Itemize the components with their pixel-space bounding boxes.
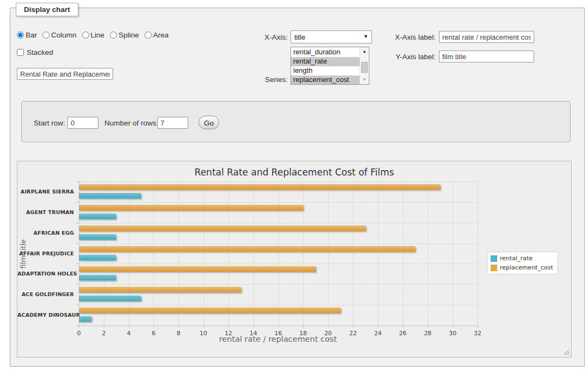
- gridline-vertical: [278, 181, 279, 325]
- y-axis-tick: [76, 223, 79, 223]
- gridline-vertical: [104, 181, 104, 325]
- legend-label: replacement_cost: [500, 264, 553, 271]
- gridline-horizontal: [79, 181, 478, 182]
- x-tick-label: 20: [319, 330, 337, 337]
- chart-type-label: Spline: [119, 31, 139, 39]
- x-tick-label: 6: [144, 330, 163, 337]
- chart-type-option-area[interactable]: Area: [145, 31, 169, 39]
- page: Display chart BarColumnLineSplineArea St…: [0, 0, 588, 370]
- series-option-length[interactable]: length: [291, 66, 360, 76]
- series-listbox[interactable]: rental_durationrental_ratelengthreplacem…: [290, 47, 369, 85]
- x-tick-label: 30: [443, 330, 462, 337]
- go-button[interactable]: Go: [199, 116, 219, 129]
- scrollbar-thumb[interactable]: [361, 62, 368, 73]
- chart-type-option-spline[interactable]: Spline: [110, 31, 139, 39]
- y-axis-tick: [76, 264, 79, 264]
- dropdown-arrow-icon: ▼: [363, 34, 368, 39]
- x-tick-label: 12: [219, 330, 238, 337]
- category-label: AGENT TRUMAN: [17, 209, 74, 215]
- rows-panel: Start row: Number of rows: Go: [21, 101, 571, 142]
- y-axis-label-input[interactable]: [439, 51, 534, 62]
- y-axis-label-label: Y-Axis label:: [369, 53, 436, 61]
- chart-type-radio-bar[interactable]: [17, 32, 24, 39]
- stacked-label: Stacked: [27, 48, 53, 57]
- bar-replacement_cost: [79, 287, 241, 292]
- legend-swatch: [491, 255, 497, 262]
- x-axis-select[interactable]: title ▼: [290, 30, 372, 43]
- bar-rental_rate: [79, 214, 116, 219]
- gridline-horizontal: [79, 284, 478, 285]
- gridline-vertical: [203, 181, 204, 325]
- y-axis-tick: [76, 243, 79, 244]
- legend-item-rental_rate[interactable]: rental_rate: [491, 255, 553, 262]
- chart-type-radio-spline[interactable]: [110, 32, 117, 39]
- gridline-vertical: [428, 181, 428, 325]
- legend-item-replacement_cost[interactable]: replacement_cost: [491, 264, 553, 271]
- scroll-up-icon[interactable]: ▲: [361, 48, 368, 55]
- chart-type-radio-line[interactable]: [82, 32, 89, 39]
- chart-type-option-column[interactable]: Column: [42, 31, 77, 39]
- y-axis-tick: [76, 284, 79, 285]
- y-axis-tick: [76, 181, 79, 182]
- scroll-down-icon[interactable]: ▼: [361, 76, 368, 84]
- num-rows-input[interactable]: [157, 117, 188, 129]
- x-axis-tick: [478, 325, 478, 328]
- bar-rental_rate: [79, 275, 116, 280]
- x-tick-label: 26: [394, 330, 412, 337]
- y-axis-tick: [76, 305, 79, 305]
- y-axis-line: [79, 181, 79, 325]
- gridline-vertical: [353, 181, 354, 325]
- resize-handle-icon[interactable]: [564, 349, 570, 355]
- series-option-rental_duration[interactable]: rental_duration: [291, 48, 360, 57]
- series-scrollbar[interactable]: ▲ ▼: [360, 47, 369, 84]
- category-label: ACE GOLDFINGER: [17, 291, 74, 297]
- gridline-vertical: [153, 181, 154, 325]
- series-option-replacement_cost[interactable]: replacement_cost: [291, 76, 360, 85]
- gridline-horizontal: [79, 223, 478, 223]
- category-label: AIRPLANE SIERRA: [17, 189, 74, 195]
- gridline-vertical: [478, 181, 478, 325]
- gridline-vertical: [129, 181, 129, 325]
- gridline-vertical: [378, 181, 379, 325]
- bar-rental_rate: [79, 296, 141, 301]
- gridline-vertical: [178, 181, 179, 325]
- y-axis-tick: [76, 202, 79, 203]
- x-tick-label: 16: [269, 330, 288, 337]
- chart-type-radio-area[interactable]: [145, 32, 152, 39]
- bar-rental_rate: [79, 316, 91, 322]
- gridline-vertical: [453, 181, 453, 325]
- category-label: AFRICAN EGG: [17, 230, 74, 236]
- start-row-input[interactable]: [67, 117, 98, 129]
- x-axis-label-label: X-Axis label:: [369, 33, 436, 41]
- x-tick-label: 22: [344, 330, 362, 337]
- chart-type-radio-column[interactable]: [42, 32, 49, 39]
- stacked-checkbox[interactable]: [17, 49, 24, 56]
- bar-rental_rate: [79, 193, 141, 198]
- category-label: AFFAIR PREJUDICE: [17, 250, 74, 256]
- start-row-label: Start row:: [34, 119, 65, 127]
- bar-replacement_cost: [79, 225, 366, 231]
- chart-type-label: Area: [153, 31, 169, 39]
- x-tick-label: 18: [294, 330, 312, 337]
- x-tick-label: 4: [120, 330, 138, 337]
- gridline-vertical: [328, 181, 329, 325]
- series-option-rental_rate[interactable]: rental_rate: [291, 57, 360, 66]
- chart-type-option-bar[interactable]: Bar: [17, 31, 37, 39]
- gridline-vertical: [253, 181, 254, 325]
- stacked-option[interactable]: Stacked: [17, 48, 53, 57]
- chart-title-input[interactable]: [17, 68, 113, 80]
- x-tick-label: 32: [468, 330, 487, 337]
- chart-type-option-line[interactable]: Line: [82, 31, 105, 39]
- legend-label: rental_rate: [500, 255, 533, 262]
- chart-type-radio-group: BarColumnLineSplineArea: [17, 31, 172, 39]
- series-select-label: Series:: [228, 76, 288, 84]
- bar-replacement_cost: [79, 246, 415, 252]
- chart-title: Rental Rate and Replacement Cost of Film…: [17, 167, 571, 178]
- gridline-vertical: [228, 181, 229, 325]
- x-axis-label-input[interactable]: [439, 31, 534, 43]
- bar-replacement_cost: [79, 205, 303, 210]
- bar-replacement_cost: [79, 184, 440, 190]
- fieldset-legend: Display chart: [16, 3, 78, 16]
- x-tick-label: 0: [70, 330, 88, 337]
- x-tick-label: 10: [194, 330, 213, 337]
